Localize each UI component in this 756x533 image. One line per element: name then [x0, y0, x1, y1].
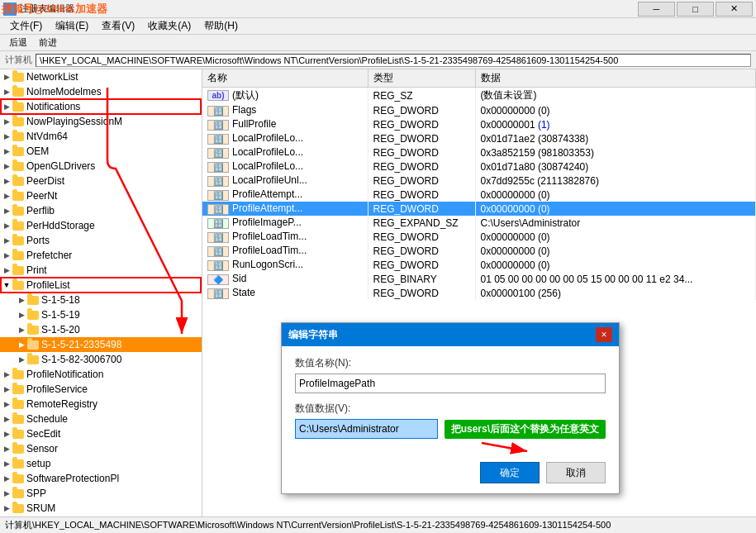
cancel-button[interactable]: 取消	[546, 462, 606, 483]
tree-item-S-1-5-20[interactable]: ▶ S-1-5-20	[0, 322, 202, 337]
cell-type: REG_DWORD	[368, 202, 475, 216]
folder-icon-S-1-5-21	[26, 339, 40, 350]
table-row[interactable]: 🔢FullProfileREG_DWORD0x00000001 (1)	[202, 117, 756, 131]
close-button[interactable]: ✕	[716, 2, 753, 17]
tree-item-OEM[interactable]: ▶ OEM	[0, 144, 202, 159]
cell-data: 0x01d71a80 (30874240)	[475, 159, 756, 174]
tree-item-ProfileService[interactable]: ▶ ProfileService	[0, 382, 202, 397]
menu-file[interactable]: 文件(F)	[3, 18, 49, 34]
table-row[interactable]: 🔢ProfileLoadTim...REG_DWORD0x00000000 (0…	[202, 230, 756, 244]
table-row[interactable]: ab)(默认)REG_SZ(数值未设置)	[202, 88, 756, 104]
tree-arrow-setup: ▶	[2, 459, 12, 469]
table-row[interactable]: 🔢ProfileLoadTim...REG_DWORD0x00000000 (0…	[202, 244, 756, 258]
table-row[interactable]: 🔢LocalProfileLo...REG_DWORD0x01d71ae2 (3…	[202, 131, 756, 145]
cell-type: REG_DWORD	[368, 131, 475, 145]
menu-view[interactable]: 查看(V)	[95, 18, 141, 34]
table-row[interactable]: 🔢RunLogonScri...REG_DWORD0x00000000 (0)	[202, 258, 756, 272]
cell-type: REG_EXPAND_SZ	[368, 216, 475, 230]
tree-label-SecEdit: SecEdit	[26, 428, 60, 440]
tree-item-Ports[interactable]: ▶ Ports	[0, 233, 202, 248]
menu-edit[interactable]: 编辑(E)	[49, 18, 95, 34]
app-icon	[3, 2, 17, 16]
forward-button[interactable]: 前进	[33, 36, 63, 50]
cell-type: REG_DWORD	[368, 117, 475, 131]
back-button[interactable]: 后退	[3, 36, 33, 50]
folder-icon-Prefetcher	[12, 250, 25, 261]
cell-name: 🔢LocalProfileLo...	[202, 131, 368, 145]
tree-arrow-ProfileNotification: ▶	[2, 369, 12, 379]
cell-name: 🔢RunLogonScri...	[202, 258, 368, 272]
table-row[interactable]: 🔢LocalProfileUnl...REG_DWORD0x7dd9255c (…	[202, 174, 756, 188]
tree-arrow-S-1-5-21: ▶	[17, 340, 26, 350]
tree-item-PeerNt[interactable]: ▶ PeerNt	[0, 188, 202, 203]
tree-label-Perflib: Perflib	[26, 205, 55, 217]
tree-item-SecEdit[interactable]: ▶ SecEdit	[0, 426, 202, 441]
tree-label-Ports: Ports	[26, 235, 50, 246]
tree-label-SRUM: SRUM	[26, 502, 55, 514]
dialog-buttons: 确定 取消	[295, 462, 606, 483]
tree-item-PeerDist[interactable]: ▶ PeerDist	[0, 174, 202, 188]
data-field-label: 数值数据(V):	[295, 402, 606, 416]
tree-item-ProfileNotification[interactable]: ▶ ProfileNotification	[0, 367, 202, 382]
cell-type: REG_DWORD	[368, 159, 475, 174]
data-field-input[interactable]	[295, 419, 438, 439]
table-row[interactable]: 🔷SidREG_BINARY01 05 00 00 00 00 00 05 15…	[202, 272, 756, 286]
tree-label-OEM: OEM	[26, 145, 49, 157]
cell-type: REG_DWORD	[368, 286, 475, 300]
tree-label-ProfileNotification: ProfileNotification	[26, 369, 103, 380]
table-row[interactable]: 🔢LocalProfileLo...REG_DWORD0x3a852159 (9…	[202, 145, 756, 159]
table-row[interactable]: 🔢LocalProfileLo...REG_DWORD0x01d71a80 (3…	[202, 159, 756, 174]
table-row[interactable]: 🔢ProfileAttempt...REG_DWORD0x00000000 (0…	[202, 202, 756, 216]
tree-item-Perflib[interactable]: ▶ Perflib	[0, 203, 202, 218]
cell-data: 0x00000100 (256)	[475, 286, 756, 300]
folder-icon-PerHddStorage	[12, 220, 25, 231]
tree-item-Schedule[interactable]: ▶ Schedule	[0, 412, 202, 426]
tree-item-S-1-5-21[interactable]: ▶ S-1-5-21-2335498	[0, 337, 202, 352]
maximize-button[interactable]: □	[677, 2, 714, 17]
tree-item-ProfileList[interactable]: ▼ ProfileList	[0, 278, 202, 293]
dialog-title: 编辑字符串	[288, 328, 596, 342]
table-row[interactable]: 🔢FlagsREG_DWORD0x00000000 (0)	[202, 103, 756, 117]
tree-item-S-1-5-18[interactable]: ▶ S-1-5-18	[0, 293, 202, 307]
tree-item-NowPlayingSessionM[interactable]: ▶ NowPlayingSessionM	[0, 114, 202, 129]
menu-help[interactable]: 帮助(H)	[197, 18, 245, 34]
table-row[interactable]: 🔡ProfileImageP...REG_EXPAND_SZC:\Users\A…	[202, 216, 756, 230]
tree-item-SoftwareProtectionPl[interactable]: ▶ SoftwareProtectionPl	[0, 471, 202, 486]
tree-item-PerHddStorage[interactable]: ▶ PerHddStorage	[0, 218, 202, 233]
tree-item-setup[interactable]: ▶ setup	[0, 456, 202, 471]
tree-item-NoImeModelmes[interactable]: ▶ NoImeModelmes	[0, 84, 202, 99]
tree-item-Prefetcher[interactable]: ▶ Prefetcher	[0, 248, 202, 263]
table-row[interactable]: 🔢StateREG_DWORD0x00000100 (256)	[202, 286, 756, 300]
dialog-close-button[interactable]: ×	[596, 327, 612, 342]
folder-icon-OpenGLDrivers	[12, 160, 25, 172]
tree-item-S-1-5-82[interactable]: ▶ S-1-5-82-3006700	[0, 352, 202, 367]
menu-favorites[interactable]: 收藏夹(A)	[141, 18, 197, 34]
tree-item-Notifications[interactable]: ▶ Notifications	[0, 99, 202, 114]
folder-icon-S-1-5-82	[26, 354, 40, 365]
tree-item-S-1-5-19[interactable]: ▶ S-1-5-19	[0, 307, 202, 322]
tree-panel: ▶ NetworkList ▶ NoImeModelmes ▶ Notifica…	[0, 69, 202, 533]
tree-item-Sensor[interactable]: ▶ Sensor	[0, 441, 202, 456]
cell-name: 🔢LocalProfileLo...	[202, 159, 368, 174]
name-field-input[interactable]	[295, 374, 606, 393]
cell-data: 0x00000000 (0)	[475, 202, 756, 216]
tree-arrow-OpenGLDrivers: ▶	[2, 161, 12, 171]
tree-label-Notifications: Notifications	[26, 101, 80, 112]
cell-data: 0x00000000 (0)	[475, 244, 756, 258]
tree-item-NetworkList[interactable]: ▶ NetworkList	[0, 69, 202, 84]
folder-icon-ProfileNotification	[12, 369, 25, 380]
tree-item-NtVdm64[interactable]: ▶ NtVdm64	[0, 129, 202, 144]
cell-name: 🔡ProfileImageP...	[202, 216, 368, 230]
tree-item-OpenGLDrivers[interactable]: ▶ OpenGLDrivers	[0, 159, 202, 174]
tree-label-PeerDist: PeerDist	[26, 175, 64, 187]
tree-arrow-NtVdm64: ▶	[2, 131, 12, 141]
minimize-button[interactable]: ─	[638, 2, 675, 17]
address-input[interactable]	[36, 54, 751, 67]
folder-icon-setup	[12, 458, 25, 469]
table-row[interactable]: 🔢ProfileAttempt...REG_DWORD0x00000000 (0…	[202, 188, 756, 202]
tree-item-RemoteRegistry[interactable]: ▶ RemoteRegistry	[0, 397, 202, 412]
tree-item-SPP[interactable]: ▶ SPP	[0, 486, 202, 501]
tree-item-Print[interactable]: ▶ Print	[0, 263, 202, 278]
ok-button[interactable]: 确定	[480, 462, 540, 483]
tree-item-SRUM[interactable]: ▶ SRUM	[0, 501, 202, 516]
